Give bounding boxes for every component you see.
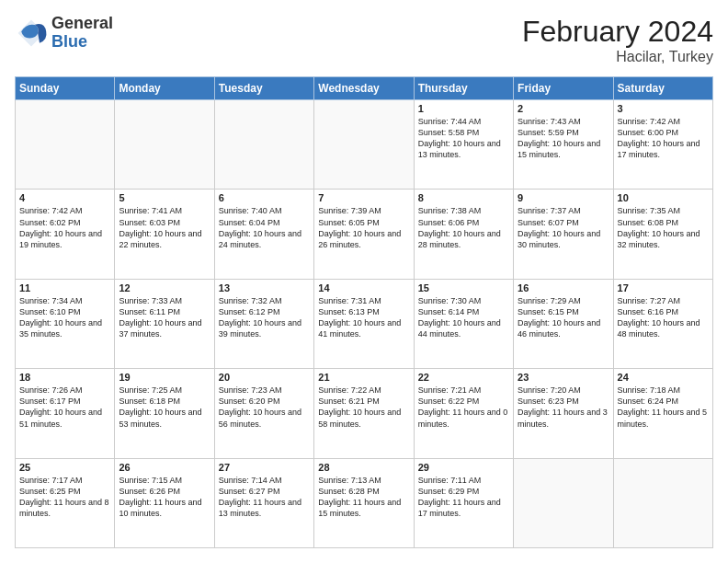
- weekday-header-friday: Friday: [514, 77, 613, 100]
- weekday-header-saturday: Saturday: [613, 77, 712, 100]
- day-info: Sunrise: 7:35 AM Sunset: 6:08 PM Dayligh…: [618, 205, 709, 250]
- day-info: Sunrise: 7:21 AM Sunset: 6:22 PM Dayligh…: [418, 385, 509, 430]
- day-info: Sunrise: 7:18 AM Sunset: 6:24 PM Dayligh…: [618, 385, 709, 430]
- day-number: 7: [318, 192, 409, 203]
- day-info: Sunrise: 7:26 AM Sunset: 6:17 PM Dayligh…: [19, 385, 110, 430]
- day-number: 27: [219, 462, 310, 473]
- day-number: 11: [19, 282, 110, 293]
- calendar-row-2: 11Sunrise: 7:34 AM Sunset: 6:10 PM Dayli…: [16, 279, 713, 368]
- calendar-cell: 15Sunrise: 7:30 AM Sunset: 6:14 PM Dayli…: [414, 279, 513, 368]
- weekday-header-row: SundayMondayTuesdayWednesdayThursdayFrid…: [16, 77, 713, 100]
- day-number: 24: [618, 372, 709, 383]
- day-number: 16: [518, 282, 609, 293]
- day-info: Sunrise: 7:33 AM Sunset: 6:11 PM Dayligh…: [119, 295, 210, 340]
- calendar-row-1: 4Sunrise: 7:42 AM Sunset: 6:02 PM Daylig…: [16, 190, 713, 279]
- weekday-header-wednesday: Wednesday: [314, 77, 414, 100]
- calendar-cell: [514, 458, 613, 547]
- day-info: Sunrise: 7:39 AM Sunset: 6:05 PM Dayligh…: [318, 205, 409, 250]
- day-info: Sunrise: 7:37 AM Sunset: 6:07 PM Dayligh…: [518, 205, 609, 250]
- page: General Blue February 2024 Hacilar, Turk…: [0, 0, 728, 563]
- day-info: Sunrise: 7:20 AM Sunset: 6:23 PM Dayligh…: [518, 385, 609, 430]
- day-info: Sunrise: 7:29 AM Sunset: 6:15 PM Dayligh…: [518, 295, 609, 340]
- calendar-cell: 17Sunrise: 7:27 AM Sunset: 6:16 PM Dayli…: [613, 279, 712, 368]
- weekday-header-monday: Monday: [115, 77, 214, 100]
- weekday-header-sunday: Sunday: [16, 77, 115, 100]
- calendar-cell: [314, 100, 414, 190]
- logo-text: General Blue: [51, 15, 113, 52]
- calendar-cell: 14Sunrise: 7:31 AM Sunset: 6:13 PM Dayli…: [314, 279, 414, 368]
- calendar-cell: 27Sunrise: 7:14 AM Sunset: 6:27 PM Dayli…: [214, 458, 313, 547]
- calendar-row-0: 1Sunrise: 7:44 AM Sunset: 5:58 PM Daylig…: [16, 100, 713, 190]
- day-number: 3: [618, 103, 709, 114]
- day-number: 12: [119, 282, 210, 293]
- day-number: 18: [19, 372, 110, 383]
- calendar-row-4: 25Sunrise: 7:17 AM Sunset: 6:25 PM Dayli…: [16, 458, 713, 547]
- day-number: 21: [318, 372, 409, 383]
- day-info: Sunrise: 7:42 AM Sunset: 6:02 PM Dayligh…: [19, 205, 110, 250]
- calendar-cell: 22Sunrise: 7:21 AM Sunset: 6:22 PM Dayli…: [414, 369, 513, 458]
- day-number: 26: [119, 462, 210, 473]
- day-info: Sunrise: 7:23 AM Sunset: 6:20 PM Dayligh…: [219, 385, 310, 430]
- day-number: 17: [618, 282, 709, 293]
- day-info: Sunrise: 7:27 AM Sunset: 6:16 PM Dayligh…: [618, 295, 709, 340]
- day-info: Sunrise: 7:31 AM Sunset: 6:13 PM Dayligh…: [318, 295, 409, 340]
- calendar-cell: 11Sunrise: 7:34 AM Sunset: 6:10 PM Dayli…: [16, 279, 115, 368]
- day-number: 20: [219, 372, 310, 383]
- location: Hacilar, Turkey: [522, 49, 713, 65]
- title-block: February 2024 Hacilar, Turkey: [522, 15, 713, 65]
- calendar-cell: 23Sunrise: 7:20 AM Sunset: 6:23 PM Dayli…: [514, 369, 613, 458]
- day-number: 22: [418, 372, 509, 383]
- calendar-cell: 4Sunrise: 7:42 AM Sunset: 6:02 PM Daylig…: [16, 190, 115, 279]
- day-info: Sunrise: 7:43 AM Sunset: 5:59 PM Dayligh…: [518, 116, 609, 161]
- calendar-cell: 26Sunrise: 7:15 AM Sunset: 6:26 PM Dayli…: [115, 458, 214, 547]
- calendar-cell: 13Sunrise: 7:32 AM Sunset: 6:12 PM Dayli…: [214, 279, 313, 368]
- day-info: Sunrise: 7:11 AM Sunset: 6:29 PM Dayligh…: [418, 475, 509, 520]
- day-number: 19: [119, 372, 210, 383]
- day-info: Sunrise: 7:14 AM Sunset: 6:27 PM Dayligh…: [219, 475, 310, 520]
- day-number: 23: [518, 372, 609, 383]
- logo-blue: Blue: [51, 33, 113, 52]
- calendar-table: SundayMondayTuesdayWednesdayThursdayFrid…: [15, 76, 713, 548]
- calendar-cell: 7Sunrise: 7:39 AM Sunset: 6:05 PM Daylig…: [314, 190, 414, 279]
- calendar-cell: 19Sunrise: 7:25 AM Sunset: 6:18 PM Dayli…: [115, 369, 214, 458]
- calendar-cell: 6Sunrise: 7:40 AM Sunset: 6:04 PM Daylig…: [214, 190, 313, 279]
- calendar-cell: 29Sunrise: 7:11 AM Sunset: 6:29 PM Dayli…: [414, 458, 513, 547]
- calendar-cell: 16Sunrise: 7:29 AM Sunset: 6:15 PM Dayli…: [514, 279, 613, 368]
- day-number: 13: [219, 282, 310, 293]
- calendar-cell: 5Sunrise: 7:41 AM Sunset: 6:03 PM Daylig…: [115, 190, 214, 279]
- day-number: 10: [618, 192, 709, 203]
- day-number: 28: [318, 462, 409, 473]
- day-number: 15: [418, 282, 509, 293]
- calendar-cell: 24Sunrise: 7:18 AM Sunset: 6:24 PM Dayli…: [613, 369, 712, 458]
- day-info: Sunrise: 7:40 AM Sunset: 6:04 PM Dayligh…: [219, 205, 310, 250]
- day-number: 1: [418, 103, 509, 114]
- logo-icon: [15, 17, 48, 50]
- day-number: 9: [518, 192, 609, 203]
- day-number: 6: [219, 192, 310, 203]
- day-number: 2: [518, 103, 609, 114]
- calendar-cell: 12Sunrise: 7:33 AM Sunset: 6:11 PM Dayli…: [115, 279, 214, 368]
- calendar-cell: 3Sunrise: 7:42 AM Sunset: 6:00 PM Daylig…: [613, 100, 712, 190]
- day-number: 5: [119, 192, 210, 203]
- day-info: Sunrise: 7:42 AM Sunset: 6:00 PM Dayligh…: [618, 116, 709, 161]
- calendar-cell: 1Sunrise: 7:44 AM Sunset: 5:58 PM Daylig…: [414, 100, 513, 190]
- day-number: 14: [318, 282, 409, 293]
- calendar-cell: 28Sunrise: 7:13 AM Sunset: 6:28 PM Dayli…: [314, 458, 414, 547]
- day-number: 25: [19, 462, 110, 473]
- day-info: Sunrise: 7:32 AM Sunset: 6:12 PM Dayligh…: [219, 295, 310, 340]
- weekday-header-tuesday: Tuesday: [214, 77, 313, 100]
- calendar-cell: 9Sunrise: 7:37 AM Sunset: 6:07 PM Daylig…: [514, 190, 613, 279]
- calendar-cell: 21Sunrise: 7:22 AM Sunset: 6:21 PM Dayli…: [314, 369, 414, 458]
- calendar-cell: 25Sunrise: 7:17 AM Sunset: 6:25 PM Dayli…: [16, 458, 115, 547]
- calendar-cell: 8Sunrise: 7:38 AM Sunset: 6:06 PM Daylig…: [414, 190, 513, 279]
- day-number: 8: [418, 192, 509, 203]
- day-info: Sunrise: 7:15 AM Sunset: 6:26 PM Dayligh…: [119, 475, 210, 520]
- day-info: Sunrise: 7:13 AM Sunset: 6:28 PM Dayligh…: [318, 475, 409, 520]
- day-info: Sunrise: 7:30 AM Sunset: 6:14 PM Dayligh…: [418, 295, 509, 340]
- calendar-cell: 20Sunrise: 7:23 AM Sunset: 6:20 PM Dayli…: [214, 369, 313, 458]
- calendar-cell: 18Sunrise: 7:26 AM Sunset: 6:17 PM Dayli…: [16, 369, 115, 458]
- day-info: Sunrise: 7:44 AM Sunset: 5:58 PM Dayligh…: [418, 116, 509, 161]
- day-number: 29: [418, 462, 509, 473]
- day-info: Sunrise: 7:17 AM Sunset: 6:25 PM Dayligh…: [19, 475, 110, 520]
- calendar-cell: [115, 100, 214, 190]
